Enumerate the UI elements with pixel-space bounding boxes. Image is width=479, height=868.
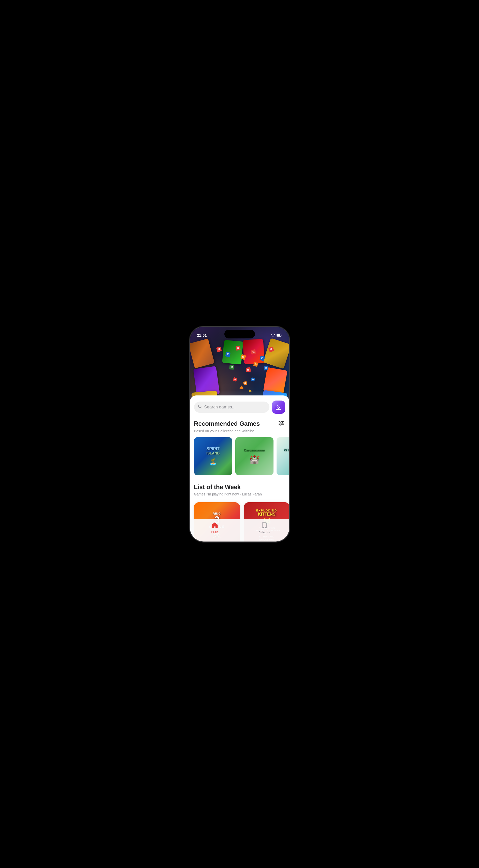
home-icon	[212, 522, 218, 530]
svg-point-12	[279, 424, 281, 425]
hero-card-6	[263, 338, 289, 369]
dice-1: ⚄	[216, 346, 221, 352]
filter-button[interactable]	[277, 420, 285, 428]
dice-3: ⚅	[236, 346, 241, 351]
week-list-header: List of the Week	[190, 482, 289, 492]
dice-8: ⚂	[229, 365, 234, 370]
wifi-icon	[271, 334, 275, 337]
tab-home[interactable]: Home	[206, 522, 223, 533]
collection-icon	[262, 522, 267, 530]
game-card-wingspan[interactable]: WINGSPAN 🦅	[276, 437, 289, 475]
tab-collection[interactable]: Collection	[256, 522, 273, 534]
status-time: 21:51	[197, 333, 207, 337]
search-icon	[198, 405, 202, 410]
phone-frame: 21:51	[190, 327, 289, 541]
dice-12: ⚄	[233, 377, 237, 382]
dice-6: ⚀	[259, 355, 265, 361]
hero-card-1	[190, 338, 215, 368]
wingspan-cover: WINGSPAN 🦅	[276, 437, 289, 475]
recommended-subtitle: Based on your Collection and Wishlist	[190, 429, 289, 436]
spirit-island-cover: SPIRIT ISLAND 🏝️	[194, 437, 232, 475]
dice-13: ⚅	[243, 381, 247, 385]
svg-line-3	[201, 407, 202, 408]
svg-rect-1	[277, 334, 280, 336]
search-bar[interactable]: Search games...	[194, 402, 269, 413]
game-card-spirit-island[interactable]: SPIRIT ISLAND 🏝️	[194, 437, 232, 475]
dice-2: ⚂	[225, 352, 231, 357]
svg-point-11	[282, 423, 283, 424]
camera-icon	[275, 404, 282, 410]
triangle-piece-1	[239, 385, 244, 389]
dice-11: ⚁	[264, 366, 268, 370]
dice-10: ⚃	[253, 362, 258, 367]
tab-bar: Home Collection	[190, 519, 289, 541]
week-list-title: List of the Week	[194, 484, 241, 491]
camera-scan-button[interactable]	[272, 401, 285, 414]
home-tab-label: Home	[211, 531, 218, 533]
filter-icon	[278, 421, 284, 426]
dice-14: ⚂	[251, 377, 255, 381]
search-area: Search games...	[190, 396, 289, 418]
svg-rect-4	[276, 406, 281, 409]
week-list-subtitle: Games I'm playing right now - Lucas Fara…	[190, 492, 289, 499]
svg-point-10	[279, 421, 281, 422]
collection-tab-label: Collection	[259, 531, 270, 534]
dice-9: ⚅	[245, 367, 250, 372]
game-card-carcassonne[interactable]: Carcassonne 🏰	[235, 437, 273, 475]
phone-screen: 21:51	[190, 327, 289, 541]
carcassonne-cover: Carcassonne 🏰	[235, 437, 273, 475]
status-icons	[271, 334, 282, 337]
recommended-games-scroll[interactable]: SPIRIT ISLAND 🏝️ Carcassonne 🏰	[190, 436, 289, 479]
battery-icon	[276, 334, 282, 337]
hero-card-4	[222, 340, 243, 364]
search-placeholder: Search games...	[204, 405, 236, 410]
dice-5: ⚃	[250, 349, 256, 354]
recommended-title: Recommended Games	[194, 420, 260, 427]
dynamic-island	[224, 330, 255, 338]
svg-point-5	[277, 407, 279, 408]
recommended-header: Recommended Games	[190, 418, 289, 429]
svg-rect-6	[279, 407, 280, 407]
